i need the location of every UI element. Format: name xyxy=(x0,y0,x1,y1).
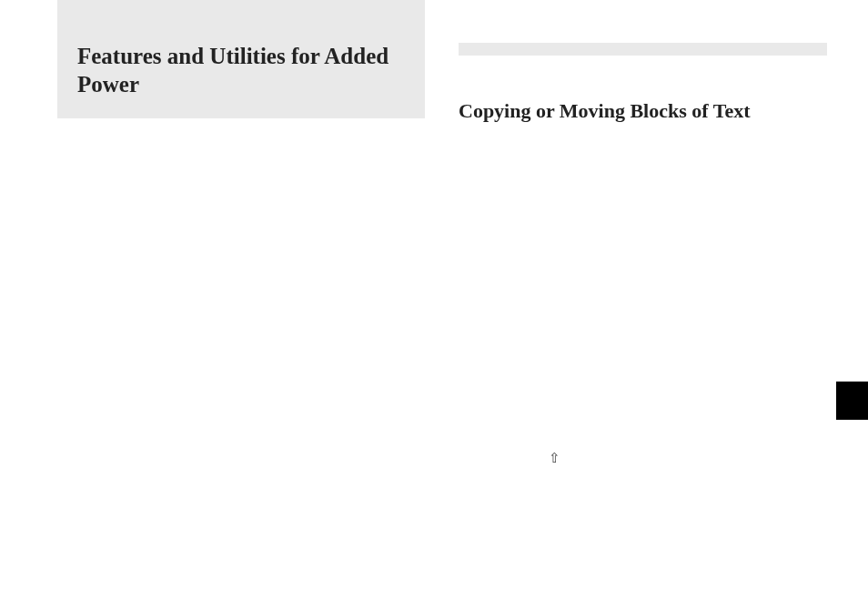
right-column: Copying or Moving Blocks of Text xyxy=(459,43,827,123)
right-heading: Copying or Moving Blocks of Text xyxy=(459,99,827,123)
side-black-block xyxy=(836,382,868,420)
left-heading: Features and Utilities for Added Power xyxy=(77,42,405,99)
up-arrow-icon: ⇧ xyxy=(549,450,560,466)
left-column: Features and Utilities for Added Power xyxy=(57,0,425,118)
top-bar xyxy=(459,43,827,56)
